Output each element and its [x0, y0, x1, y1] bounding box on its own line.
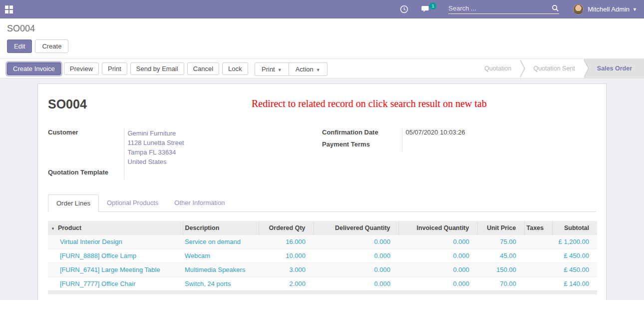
sort-desc-icon: ▼ [51, 226, 55, 231]
action-button-group: Print▼ Action▼ [255, 62, 327, 76]
user-name: Mitchell Admin [588, 6, 630, 13]
unit-price-cell[interactable]: 70.00 [477, 277, 524, 291]
ordered-qty-cell[interactable]: 3.000 [259, 263, 314, 277]
description-cell[interactable]: Webcam [183, 249, 259, 263]
clock-icon [400, 5, 408, 14]
taxes-cell[interactable] [524, 263, 552, 277]
invoiced-qty-cell[interactable]: 0.000 [398, 249, 477, 263]
unit-price-cell[interactable]: 45.00 [477, 249, 524, 263]
payment-terms-value [402, 140, 512, 152]
column-header-ordered-qty[interactable]: Ordered Qty [259, 221, 314, 235]
unit-price-cell[interactable]: 75.00 [477, 235, 524, 249]
chevron-down-icon: ▼ [278, 68, 282, 72]
description-cell[interactable]: Service on demand [183, 235, 259, 249]
column-header-invoiced-quantity[interactable]: Invoiced Quantity [398, 221, 477, 235]
subtotal-cell[interactable]: £ 450.00 [552, 249, 597, 263]
print-button[interactable]: Print [102, 62, 127, 75]
column-header-unit-price[interactable]: Unit Price [477, 221, 524, 235]
form-sheet: SO004 Redirect to related record on clic… [37, 84, 607, 300]
messages-button[interactable]: 1 [421, 6, 431, 14]
chevron-down-icon: ▼ [633, 7, 637, 12]
delivered-qty-cell[interactable]: 0.000 [314, 249, 398, 263]
column-header-taxes[interactable]: Taxes [524, 221, 552, 235]
create-invoice-button[interactable]: Create Invoice [7, 62, 61, 75]
order-line-row[interactable]: [FURN_6741] Large Meeting Table Multimed… [48, 263, 597, 277]
delivered-qty-cell[interactable]: 0.000 [314, 277, 398, 291]
annotation-note: Redirect to related record on click sear… [252, 98, 487, 110]
order-line-row[interactable]: [FURN_7777] Office Chair Switch, 24 port… [48, 277, 597, 291]
taxes-cell[interactable] [524, 277, 552, 291]
column-header-delivered-quantity[interactable]: Delivered Quantity [314, 221, 398, 235]
unit-price-cell[interactable]: 150.00 [477, 263, 524, 277]
column-header-description[interactable]: Description [183, 221, 259, 235]
search-input[interactable] [448, 4, 552, 12]
field-groups: Customer Gemini Furniture 1128 Lunetta S… [48, 128, 596, 180]
table-footer-strip [48, 291, 597, 294]
tab-order-lines[interactable]: Order Lines [48, 194, 99, 212]
apps-menu-icon[interactable] [5, 6, 13, 14]
taxes-cell[interactable] [524, 235, 552, 249]
top-navbar: 1 Mitchell Admin ▼ [0, 0, 644, 18]
lock-button[interactable]: Lock [222, 62, 248, 75]
quotation-template-value [124, 168, 234, 180]
invoiced-qty-cell[interactable]: 0.000 [398, 235, 477, 249]
order-line-row[interactable]: [FURN_8888] Office Lamp Webcam 10.000 0.… [48, 249, 597, 263]
field-group-left: Customer Gemini Furniture 1128 Lunetta S… [48, 128, 322, 180]
taxes-cell[interactable] [524, 249, 552, 263]
status-step-quotation[interactable]: Quotation [471, 59, 520, 78]
create-button[interactable]: Create [35, 40, 68, 53]
delivered-qty-cell[interactable]: 0.000 [314, 263, 398, 277]
table-header-row: ▼Product Description Ordered Qty Deliver… [48, 221, 597, 235]
column-header-subtotal[interactable]: Subtotal [552, 221, 597, 235]
product-cell[interactable]: Virtual Interior Design [48, 235, 183, 249]
send-by-email-button[interactable]: Send by Email [130, 62, 184, 75]
status-step-quotation-sent[interactable]: Quotation Sent [520, 59, 584, 78]
subtotal-cell[interactable]: £ 450.00 [552, 263, 597, 277]
customer-label: Customer [48, 128, 124, 168]
chevron-down-icon: ▼ [316, 68, 321, 72]
control-panel: SO004 Edit Create Print▼ Action▼ 1 / 1 ❮… [0, 18, 644, 58]
search-icon[interactable] [552, 4, 559, 12]
product-cell[interactable]: [FURN_6741] Large Meeting Table [48, 263, 183, 277]
confirmation-date-value: 05/07/2020 10:03:26 [402, 128, 512, 140]
tab-other-information[interactable]: Other Information [166, 194, 233, 212]
activities-button[interactable] [400, 5, 408, 14]
ordered-qty-cell[interactable]: 16.000 [259, 235, 314, 249]
content-area: SO004 Redirect to related record on clic… [0, 78, 644, 300]
description-cell[interactable]: Switch, 24 ports [183, 277, 259, 291]
notebook-tabs: Order Lines Optional Products Other Info… [48, 194, 596, 212]
edit-button[interactable]: Edit [7, 40, 32, 53]
preview-button[interactable]: Preview [64, 62, 99, 75]
description-cell[interactable]: Multimedia Speakers [183, 263, 259, 277]
payment-terms-label: Payment Terms [322, 140, 402, 152]
print-dropdown[interactable]: Print▼ [255, 62, 289, 76]
confirmation-date-label: Confirmation Date [322, 128, 402, 140]
order-line-row[interactable]: Virtual Interior Design Service on deman… [48, 235, 597, 249]
column-header-product[interactable]: ▼Product [48, 221, 183, 235]
cancel-button[interactable]: Cancel [187, 62, 219, 75]
message-count-badge: 1 [429, 2, 436, 10]
order-lines-table: ▼Product Description Ordered Qty Deliver… [48, 221, 597, 294]
user-menu[interactable]: Mitchell Admin ▼ [573, 4, 637, 14]
avatar [573, 4, 584, 14]
product-cell[interactable]: [FURN_7777] Office Chair [48, 277, 183, 291]
breadcrumb: SO004 [7, 24, 636, 34]
ordered-qty-cell[interactable]: 10.000 [259, 249, 314, 263]
product-cell[interactable]: [FURN_8888] Office Lamp [48, 249, 183, 263]
global-search [448, 4, 559, 14]
delivered-qty-cell[interactable]: 0.000 [314, 235, 398, 249]
invoiced-qty-cell[interactable]: 0.000 [398, 277, 477, 291]
ordered-qty-cell[interactable]: 2.000 [259, 277, 314, 291]
status-pipeline: Quotation Quotation Sent Sales Order [471, 59, 644, 78]
status-step-sales-order[interactable]: Sales Order [584, 59, 644, 78]
subtotal-cell[interactable]: £ 140.00 [552, 277, 597, 291]
subtotal-cell[interactable]: £ 1,200.00 [552, 235, 597, 249]
action-dropdown[interactable]: Action▼ [289, 62, 327, 76]
tab-optional-products[interactable]: Optional Products [99, 194, 166, 212]
field-group-right: Confirmation Date 05/07/2020 10:03:26 Pa… [322, 128, 596, 180]
invoiced-qty-cell[interactable]: 0.000 [398, 263, 477, 277]
quotation-template-label: Quotation Template [48, 168, 124, 180]
customer-value[interactable]: Gemini Furniture 1128 Lunetta Street Tam… [124, 128, 234, 168]
